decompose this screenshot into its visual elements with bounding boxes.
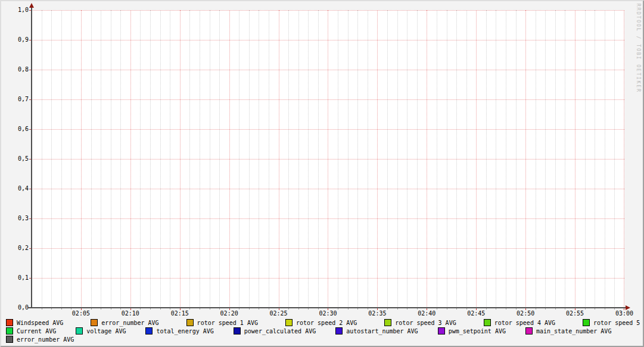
- legend-item: rotor speed 1 AVG: [186, 319, 258, 327]
- x-axis-tick: [348, 308, 349, 310]
- x-axis-tick: [357, 308, 358, 310]
- legend-color-swatch: [438, 327, 445, 335]
- y-tick-label: 0,3: [8, 215, 29, 222]
- legend-row: Current AVGvoltage AVGtotal_energy AVGpo…: [6, 327, 643, 335]
- x-axis-tick: [447, 308, 447, 310]
- x-axis-tick: [71, 308, 71, 310]
- legend-color-swatch: [285, 319, 293, 326]
- x-axis-tick: [91, 308, 92, 310]
- x-axis-tick: [170, 308, 170, 310]
- legend-label: voltage AVG: [86, 327, 126, 335]
- legend-label: main_state_number AVG: [536, 327, 611, 335]
- rrdtool-graph: 1,00,90,80,70,60,50,40,30,20,10,002:0502…: [0, 0, 644, 347]
- legend-label: rotor speed 4 AVG: [494, 319, 555, 327]
- legend-label: power_calculated AVG: [244, 327, 316, 335]
- legend-color-swatch: [91, 319, 98, 326]
- legend-color-swatch: [145, 327, 153, 335]
- x-axis-tick: [269, 308, 269, 310]
- legend-color-swatch: [6, 319, 13, 326]
- x-tick-label: 02:50: [511, 310, 540, 317]
- x-axis-tick: [368, 308, 368, 310]
- x-axis-tick: [565, 308, 565, 310]
- legend-label: autostart_number AVG: [346, 327, 418, 335]
- y-tick-label: 0,0: [8, 304, 29, 311]
- legend-item: error_number AVG: [6, 336, 74, 343]
- x-axis-tick: [506, 308, 506, 310]
- x-axis-tick: [407, 308, 407, 310]
- legend-item: error_number AVG: [91, 319, 158, 327]
- x-axis-tick: [160, 308, 161, 310]
- x-tick-label: 02:40: [412, 310, 441, 317]
- x-axis-tick: [536, 308, 536, 310]
- y-tick-label: 0,4: [8, 185, 29, 192]
- x-axis-tick: [101, 308, 101, 310]
- y-tick-label: 0,7: [8, 96, 29, 103]
- x-axis-tick: [239, 308, 239, 310]
- legend-row: error_number AVG: [6, 335, 643, 343]
- x-axis-tick: [555, 308, 556, 310]
- y-tick-label: 0,2: [8, 245, 29, 252]
- x-axis-arrow-icon: [626, 305, 630, 310]
- legend-color-swatch: [335, 327, 343, 335]
- legend-item: pwm_setpoint AVG: [438, 327, 506, 335]
- legend-color-swatch: [186, 319, 194, 326]
- legend-color-swatch: [6, 336, 13, 343]
- x-axis-tick: [466, 308, 467, 310]
- x-axis-tick: [417, 308, 418, 310]
- legend-item: rotor speed 4 AVG: [484, 319, 555, 327]
- rrdtool-watermark: RRDTOOL / TOBI OETIKER: [636, 4, 641, 93]
- legend-item: rotor speed 3 AVG: [384, 319, 456, 327]
- x-axis-tick: [111, 308, 111, 310]
- x-axis-tick: [249, 308, 250, 310]
- x-axis-tick: [614, 308, 615, 310]
- x-axis-tick: [605, 308, 605, 310]
- x-axis-tick: [189, 308, 190, 310]
- x-tick-label: 02:15: [166, 310, 194, 317]
- x-axis-tick: [496, 308, 496, 310]
- axes-layer: 1,00,90,80,70,60,50,40,30,20,10,002:0502…: [1, 1, 643, 346]
- x-tick-label: 02:20: [215, 310, 244, 317]
- legend-label: rotor speed 3 AVG: [395, 319, 456, 327]
- x-tick-label: 02:55: [561, 310, 589, 317]
- x-axis-tick: [308, 308, 309, 310]
- x-axis-tick: [585, 308, 586, 310]
- y-axis-line: [31, 7, 32, 308]
- legend-label: total_energy AVG: [156, 327, 213, 335]
- x-axis-tick: [140, 308, 141, 310]
- x-axis-tick: [387, 308, 388, 310]
- legend-color-swatch: [76, 327, 83, 335]
- legend-item: autostart_number AVG: [335, 327, 418, 335]
- x-axis-tick: [516, 308, 517, 310]
- y-axis-arrow-icon: [29, 3, 34, 8]
- legend-color-swatch: [6, 327, 13, 335]
- x-axis-tick: [486, 308, 487, 310]
- x-tick-label: 02:10: [116, 310, 145, 317]
- y-tick-label: 0,8: [8, 66, 29, 73]
- x-axis-tick: [318, 308, 319, 310]
- x-tick-label: 03:00: [610, 310, 639, 317]
- x-axis-tick: [51, 308, 52, 310]
- x-axis-tick: [120, 308, 121, 310]
- y-tick-label: 0,6: [8, 126, 29, 133]
- legend-item: power_calculated AVG: [234, 327, 316, 335]
- legend-label: rotor speed 1 AVG: [197, 319, 258, 327]
- x-tick-label: 02:45: [462, 310, 490, 317]
- legend: Windspeed AVGerror_number AVGrotor speed…: [6, 318, 643, 343]
- x-axis-tick: [437, 308, 437, 310]
- x-axis-tick: [259, 308, 259, 310]
- legend-item: main_state_number AVG: [525, 327, 611, 335]
- x-tick-label: 02:05: [67, 310, 95, 317]
- x-axis-tick: [150, 308, 151, 310]
- y-tick-label: 0,9: [8, 36, 29, 43]
- legend-item: Windspeed AVG: [6, 319, 63, 327]
- x-axis-tick: [298, 308, 299, 310]
- x-axis-line: [28, 307, 627, 308]
- x-axis-tick: [595, 308, 595, 310]
- x-tick-label: 02:25: [265, 310, 293, 317]
- x-tick-label: 02:30: [314, 310, 343, 317]
- x-axis-tick: [456, 308, 457, 310]
- x-axis-tick: [210, 308, 210, 310]
- legend-color-swatch: [484, 319, 491, 326]
- legend-label: error_number AVG: [17, 336, 74, 343]
- y-tick-label: 0,1: [8, 274, 29, 282]
